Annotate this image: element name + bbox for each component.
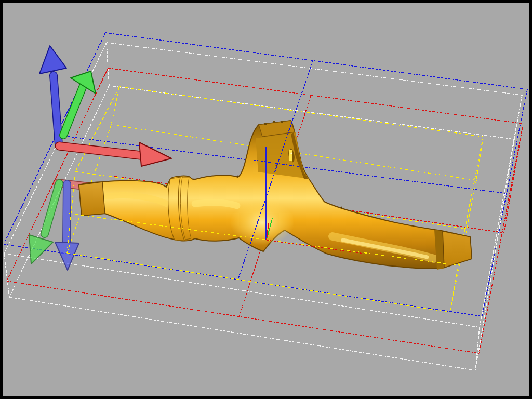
part-cap-tooth bbox=[273, 121, 275, 123]
part-branch-hole-glint bbox=[290, 152, 292, 154]
part-speck bbox=[341, 207, 342, 208]
part-speck bbox=[237, 176, 238, 177]
part-highlight-1 bbox=[195, 203, 237, 206]
part-left-cap-face bbox=[79, 182, 105, 216]
part-cap-tooth bbox=[281, 121, 283, 123]
part-cap-tooth bbox=[264, 123, 267, 125]
part-speck bbox=[166, 185, 168, 187]
axis-z-down-arrow-lower-shaft bbox=[66, 184, 67, 244]
app-window bbox=[0, 0, 532, 399]
part-branch-hole-rim bbox=[289, 149, 292, 162]
viewport-3d-canvas[interactable] bbox=[0, 0, 532, 399]
